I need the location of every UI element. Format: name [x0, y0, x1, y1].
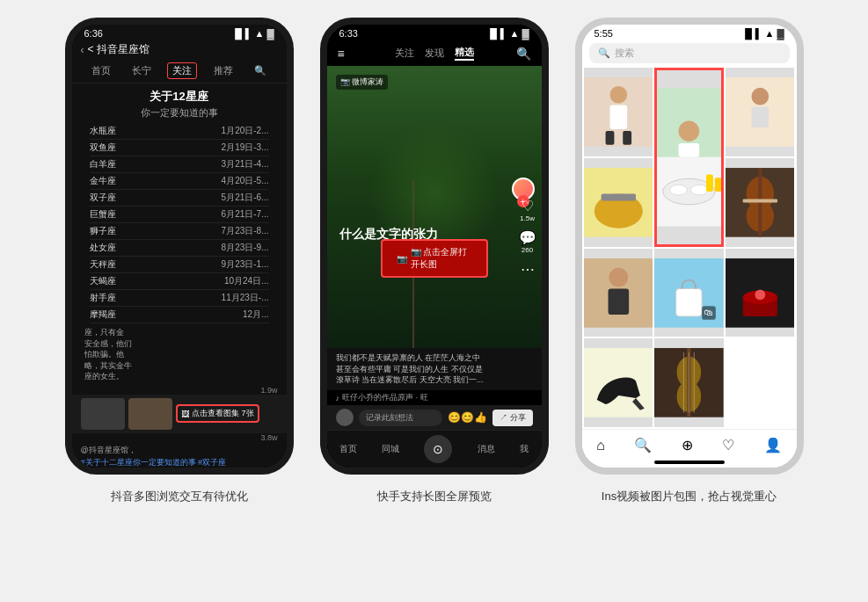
phone2-comment-icon: 💬 — [519, 229, 536, 246]
phone3-time: 5:55 — [594, 28, 613, 39]
phone3-person1-img — [584, 68, 653, 156]
phone2-screen: 6:33 ▐▌▌ ▲ ▓ ≡ 关注 发现 精选 — [327, 25, 542, 468]
phone2-bottom-nav: 首页 同城 ⊙ 消息 我 — [327, 430, 542, 468]
phone1-image-strip[interactable]: 🖼 点击查看图集 7张 — [81, 398, 278, 430]
phone1-tab-home[interactable]: 首页 — [86, 62, 116, 79]
phone2-tabs-container: ≡ 关注 发现 精选 🔍 — [327, 40, 542, 66]
phone2-tab-follow[interactable]: 关注 — [395, 47, 414, 60]
phone1-red-box[interactable]: 🖼 点击查看图集 7张 — [176, 404, 259, 423]
phone3-container: 5:55 ▐▌▌ ▲ ▓ 🔍 搜索 — [575, 18, 804, 504]
phone2-red-button[interactable]: 📷 📷 点击全屏打开长图 — [381, 239, 488, 278]
svg-point-10 — [679, 120, 700, 141]
phone3-person3-img — [584, 249, 653, 337]
phone2-wifi-icon: ▲ — [510, 28, 520, 39]
phone2: 6:33 ▐▌▌ ▲ ▓ ≡ 关注 发现 精选 — [320, 18, 549, 475]
phone2-nav-profile[interactable]: 我 — [520, 443, 529, 455]
phone3-search-bar[interactable]: 🔍 搜索 — [589, 43, 790, 63]
phone1-tab-changning[interactable]: 长宁 — [127, 62, 157, 79]
zodiac-row-taurus: 金牛座 4月20日-5... — [90, 173, 269, 190]
phone3-grid-cell-violin2[interactable] — [654, 338, 724, 427]
zodiac-date-gemini: 5月21日-6... — [222, 192, 269, 204]
phone2-comment-input[interactable]: 记录此刻想法 — [359, 410, 442, 426]
phone3-cooking-img — [584, 158, 653, 247]
phone2-nature-pattern — [327, 66, 542, 348]
zodiac-date-sagittarius: 11月23日-... — [222, 292, 269, 304]
phone3-grid-cell-restaurant[interactable] — [654, 68, 724, 247]
phone3-restaurant-img — [654, 68, 724, 247]
phone3-nav-home[interactable]: ⌂ — [596, 438, 605, 453]
phone2-search-icon[interactable]: 🔍 — [516, 47, 531, 61]
phone3-grid-cell-violin[interactable] — [726, 158, 795, 247]
phone3-bottom-nav: ⌂ 🔍 ⊕ ♡ 👤 — [582, 429, 797, 457]
phone2-like-count: 1.5w — [520, 214, 535, 222]
phone2-status-icons: ▐▌▌ ▲ ▓ — [486, 28, 529, 39]
zodiac-name-capricorn: 摩羯座 — [90, 308, 116, 321]
phone1-bg: 6:36 ▐▌▌ ▲ ▓ ‹ < 抖音星座馆 首页 — [72, 25, 287, 468]
phone3-nav-heart[interactable]: ♡ — [722, 437, 734, 453]
phone3-person2-img — [726, 68, 795, 156]
phone1-tab-follow[interactable]: 关注 — [167, 62, 197, 79]
phone2-battery-icon: ▓ — [522, 28, 529, 39]
phone3-grid-cell-heel[interactable] — [584, 338, 653, 427]
phone1-count-2: 3.8w — [72, 433, 287, 442]
phone2-nav-nearby[interactable]: 同城 — [382, 443, 399, 455]
phone1-caption: 抖音多图浏览交互有待优化 — [111, 489, 248, 504]
phone3-status-bar: 5:55 ▐▌▌ ▲ ▓ — [582, 25, 797, 40]
phone2-share-btn[interactable]: ↗ 分享 — [492, 410, 533, 426]
phone2-comment-action[interactable]: 💬 260 — [519, 229, 536, 254]
phone1-back-icon[interactable]: ‹ — [81, 44, 84, 56]
zodiac-row-pisces: 双鱼座 2月19日-3... — [90, 140, 269, 156]
zodiac-date-cancer: 6月21日-7... — [222, 208, 269, 221]
phone3-violin-img — [726, 158, 795, 247]
phone2-share-label: 分享 — [510, 413, 526, 422]
svg-rect-12 — [706, 174, 713, 192]
zodiac-date-scorpio: 10月24日... — [224, 275, 269, 287]
phone2-comment-emojis[interactable]: 😊😊👍 — [448, 411, 487, 424]
phone1-tab-recommend[interactable]: 推荐 — [208, 62, 238, 79]
phone3-nav-add[interactable]: ⊕ — [682, 437, 693, 453]
phone2-more-action[interactable]: ⋯ — [521, 261, 535, 278]
phone2-container: 6:33 ▐▌▌ ▲ ▓ ≡ 关注 发现 精选 — [320, 18, 549, 504]
phone3-grid-cell-person3[interactable] — [584, 249, 653, 337]
phone2-tab-featured[interactable]: 精选 — [455, 46, 474, 61]
phone1-count-1: 1.9w — [72, 386, 287, 395]
phone3-nav-profile[interactable]: 👤 — [764, 437, 782, 453]
phone1-username: @抖音星座馆， — [72, 442, 287, 456]
phone1-body-text: 座，只有金安全感，他们怕欺骗。他略，其实金牛座的女生。 — [72, 323, 287, 386]
phone1-header-line2: 你一定要知道的事 — [72, 106, 287, 123]
phone3-nav-search[interactable]: 🔍 — [634, 437, 652, 453]
phone1-status-bar: 6:36 ▐▌▌ ▲ ▓ — [72, 25, 287, 40]
phone3-grid-cell-shirt[interactable]: 🛍 — [654, 249, 724, 337]
zodiac-name-scorpio: 天蝎座 — [90, 275, 116, 287]
phone1: 6:36 ▐▌▌ ▲ ▓ ‹ < 抖音星座馆 首页 — [65, 18, 294, 475]
zodiac-row-scorpio: 天蝎座 10月24日... — [90, 273, 269, 290]
phone2-time: 6:33 — [339, 28, 358, 39]
svg-point-35 — [755, 289, 765, 300]
phone1-gallery-label: 点击查看图集 — [192, 408, 239, 419]
phone3-grid-cell-person2[interactable] — [726, 68, 795, 156]
phone2-comment-row: 记录此刻想法 😊😊👍 ↗ 分享 — [327, 405, 542, 430]
phone3-grid-cell-cake[interactable] — [726, 249, 795, 337]
svg-point-8 — [670, 185, 688, 195]
svg-rect-2 — [609, 105, 627, 130]
phone2-desc-area: 我们都不是天赋异禀的人 在茫茫人海之中甚至会有些平庸 可是我们的人生 不仅仅是潦… — [327, 348, 542, 390]
svg-point-9 — [690, 185, 708, 195]
phone3-grid-cell-cooking[interactable] — [584, 158, 653, 247]
phone2-tab-discover[interactable]: 发现 — [425, 47, 444, 60]
svg-rect-16 — [751, 106, 769, 127]
phone1-hashtags[interactable]: #关于十二星座你一定要知道的事 #双子座#星座 — [72, 456, 287, 468]
zodiac-row-aquarius: 水瓶座 1月20日-2... — [90, 123, 269, 140]
phone3-grid-cell-person1[interactable] — [584, 68, 653, 156]
phone2-video-area[interactable]: 📷 微博家涛 什么是文字的张力 + ♡ — [327, 66, 542, 348]
phone2-nav-home[interactable]: 首页 — [339, 443, 357, 455]
phone3-violin2-img — [654, 338, 724, 427]
zodiac-row-leo: 狮子座 7月23日-8... — [90, 223, 269, 240]
zodiac-name-leo: 狮子座 — [90, 225, 116, 237]
phone2-sticker: 📷 微博家涛 — [336, 75, 389, 90]
phone2-menu-icon[interactable]: ≡ — [338, 47, 345, 61]
phone2-nav-messages[interactable]: 消息 — [478, 443, 495, 455]
phone3-wifi-icon: ▲ — [765, 28, 775, 39]
phone2-camera-btn[interactable]: ⊙ — [424, 435, 452, 463]
phone1-tab-search[interactable]: 🔍 — [249, 63, 272, 78]
phone2-like-action[interactable]: ♡ 1.5w — [520, 198, 535, 222]
